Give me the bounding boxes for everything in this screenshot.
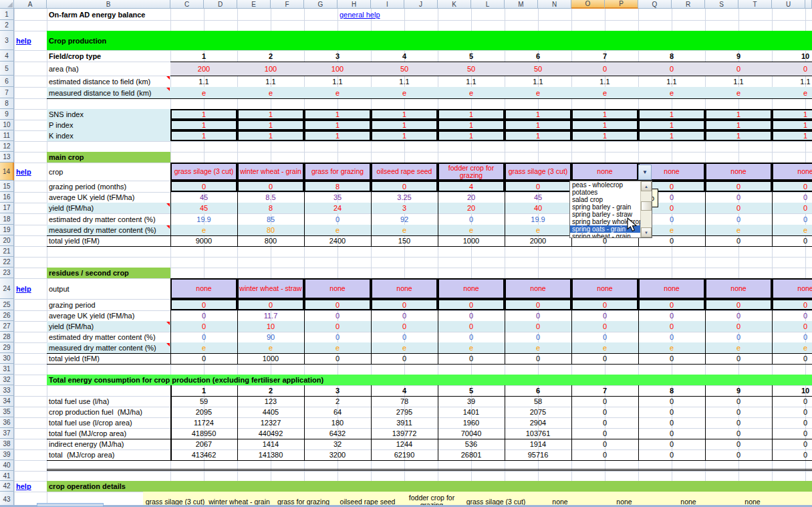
residue-grazing-f7[interactable]: 0 bbox=[571, 299, 638, 310]
yield-f9[interactable]: 0 bbox=[705, 203, 772, 213]
row-header-5[interactable]: 5 bbox=[0, 62, 14, 76]
yield-f4[interactable]: 0 bbox=[371, 321, 438, 332]
residue-grazing-f8[interactable]: 0 bbox=[638, 299, 705, 310]
energy-field-number-f5[interactable]: 5 bbox=[438, 385, 505, 396]
residue-grazing-f4[interactable]: 0 bbox=[371, 299, 438, 310]
energy-r5-f8[interactable]: 0 bbox=[638, 439, 705, 449]
energy-r3-f5[interactable]: 1960 bbox=[438, 417, 505, 428]
area-f7[interactable]: 0 bbox=[571, 62, 638, 76]
total_yield-f10[interactable]: 0 bbox=[772, 235, 812, 246]
row-header-33[interactable]: 33 bbox=[0, 385, 14, 396]
yield-f2[interactable]: 8 bbox=[237, 203, 304, 213]
column-header-F[interactable]: F bbox=[271, 0, 304, 9]
crop-cell-f9[interactable]: none bbox=[705, 163, 772, 181]
est_dm-f2[interactable]: 90 bbox=[237, 332, 304, 342]
meas-distance-f4[interactable]: e bbox=[371, 87, 438, 98]
scroll-up-icon[interactable]: ▲ bbox=[641, 181, 652, 191]
field-number-f3[interactable]: 3 bbox=[304, 50, 371, 62]
est_dm-f8[interactable]: 0 bbox=[638, 332, 705, 342]
output-cell-f10[interactable]: none bbox=[772, 278, 812, 299]
p_index-f2[interactable]: 1 bbox=[237, 120, 304, 130]
row-header-39[interactable]: 39 bbox=[0, 449, 14, 460]
column-header-H[interactable]: H bbox=[337, 0, 371, 9]
column-header-B[interactable]: B bbox=[47, 0, 170, 9]
meas_dm-f5[interactable]: e bbox=[438, 225, 505, 235]
field-number-f7[interactable]: 7 bbox=[571, 50, 638, 62]
sns_index-f2[interactable]: 1 bbox=[237, 109, 304, 120]
residue-grazing-f9[interactable]: 0 bbox=[705, 299, 772, 310]
row-header-15[interactable]: 15 bbox=[0, 181, 14, 192]
avg_uk_yield-f1[interactable]: 0 bbox=[170, 310, 237, 321]
energy-r6-f10[interactable]: 0 bbox=[772, 449, 812, 460]
energy-r6-f3[interactable]: 3200 bbox=[304, 449, 371, 460]
total_yield-f2[interactable]: 1000 bbox=[237, 353, 304, 364]
row-header-36[interactable]: 36 bbox=[0, 417, 14, 428]
est-distance-f1[interactable]: 1.1 bbox=[170, 76, 237, 87]
est_dm-f10[interactable]: 0 bbox=[772, 332, 812, 342]
output-cell-f9[interactable]: none bbox=[705, 278, 772, 299]
yield-f1[interactable]: 0 bbox=[170, 321, 237, 332]
yield-f10[interactable]: 0 bbox=[772, 321, 812, 332]
energy-r3-f6[interactable]: 2904 bbox=[505, 417, 571, 428]
row-header-31[interactable]: 31 bbox=[0, 364, 14, 375]
help-link-residues[interactable]: help bbox=[14, 278, 47, 299]
energy-r1-f2[interactable]: 123 bbox=[237, 396, 304, 407]
column-header-I[interactable]: I bbox=[371, 0, 404, 9]
meas-distance-f6[interactable]: e bbox=[505, 87, 571, 98]
avg_uk_yield-f3[interactable]: 0 bbox=[304, 310, 371, 321]
sns_index-f6[interactable]: 1 bbox=[505, 109, 571, 120]
row-header-22[interactable]: 22 bbox=[0, 257, 14, 268]
sns_index-f8[interactable]: 1 bbox=[638, 109, 705, 120]
energy-r4-f5[interactable]: 70040 bbox=[438, 428, 505, 439]
column-header-T[interactable]: T bbox=[738, 0, 772, 9]
meas_dm-f10[interactable]: e bbox=[772, 342, 812, 353]
est_dm-f5[interactable]: 0 bbox=[438, 213, 505, 225]
area-f3[interactable]: 100 bbox=[304, 62, 371, 76]
area-f4[interactable]: 50 bbox=[371, 62, 438, 76]
energy-r2-f6[interactable]: 2075 bbox=[505, 407, 571, 417]
row-header-19[interactable]: 19 bbox=[0, 225, 14, 235]
residue-grazing-f1[interactable]: 0 bbox=[170, 299, 237, 310]
p_index-f1[interactable]: 1 bbox=[170, 120, 237, 130]
sns_index-f4[interactable]: 1 bbox=[371, 109, 438, 120]
k_index-f7[interactable]: 1 bbox=[571, 130, 638, 141]
row-header-35[interactable]: 35 bbox=[0, 407, 14, 417]
avg_uk_yield-f4[interactable]: 3.25 bbox=[371, 192, 438, 203]
meas-distance-f7[interactable]: e bbox=[571, 87, 638, 98]
meas_dm-f1[interactable]: e bbox=[170, 342, 237, 353]
total_yield-f2[interactable]: 800 bbox=[237, 235, 304, 246]
total_yield-f3[interactable]: 0 bbox=[304, 353, 371, 364]
energy-r2-f1[interactable]: 2095 bbox=[170, 407, 237, 417]
est_dm-f3[interactable]: 0 bbox=[304, 332, 371, 342]
crop-cell-f1[interactable]: grass silage (3 cut) bbox=[170, 163, 237, 181]
help-link-main-crop[interactable]: help bbox=[14, 163, 47, 181]
column-header-P[interactable]: P bbox=[605, 0, 638, 9]
field-number-f2[interactable]: 2 bbox=[237, 50, 304, 62]
energy-r3-f4[interactable]: 3911 bbox=[371, 417, 438, 428]
avg_uk_yield-f1[interactable]: 45 bbox=[170, 192, 237, 203]
meas_dm-f7[interactable]: e bbox=[571, 342, 638, 353]
est_dm-f5[interactable]: 0 bbox=[438, 332, 505, 342]
total_yield-f6[interactable]: 2000 bbox=[505, 235, 571, 246]
row-header-12[interactable]: 12 bbox=[0, 141, 14, 152]
row-header-24[interactable]: 24 bbox=[0, 278, 14, 299]
row-header-11[interactable]: 11 bbox=[0, 130, 14, 141]
energy-r4-f2[interactable]: 440492 bbox=[237, 428, 304, 439]
yield-f6[interactable]: 0 bbox=[505, 321, 571, 332]
area-f9[interactable]: 0 bbox=[705, 62, 772, 76]
row-header-18[interactable]: 18 bbox=[0, 213, 14, 225]
row-header-34[interactable]: 34 bbox=[0, 396, 14, 407]
residue-grazing-f5[interactable]: 0 bbox=[438, 299, 505, 310]
yield-f3[interactable]: 24 bbox=[304, 203, 371, 213]
avg_uk_yield-f10[interactable]: 0 bbox=[772, 192, 812, 203]
total_yield-f9[interactable]: 0 bbox=[705, 353, 772, 364]
dropdown-scrollbar[interactable]: ▲▼ bbox=[640, 181, 652, 237]
crop-cell-f5[interactable]: fodder crop for grazing bbox=[438, 163, 505, 181]
est_dm-f9[interactable]: 0 bbox=[705, 332, 772, 342]
energy-r2-f5[interactable]: 1401 bbox=[438, 407, 505, 417]
dropdown-item[interactable]: potatoes bbox=[570, 189, 640, 196]
est_dm-f4[interactable]: 92 bbox=[371, 213, 438, 225]
meas-distance-f9[interactable]: e bbox=[705, 87, 772, 98]
p_index-f6[interactable]: 1 bbox=[505, 120, 571, 130]
meas_dm-f9[interactable]: e bbox=[705, 225, 772, 235]
